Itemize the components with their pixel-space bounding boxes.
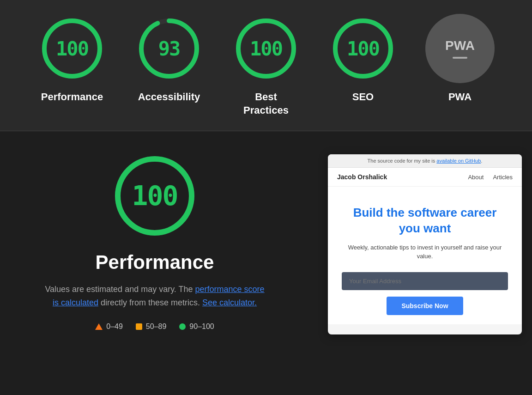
pwa-dash-icon xyxy=(453,57,467,59)
preview-hero-title: Build the software career you want xyxy=(342,205,508,237)
gauge-pwa: PWA xyxy=(425,14,495,83)
big-gauge-text: 100 xyxy=(132,180,178,212)
preview-nav-brand: Jacob Orshalick xyxy=(337,173,387,181)
legend-item-fail: 0–49 xyxy=(95,322,123,331)
gauge-text-best-practices: 100 xyxy=(250,37,282,60)
score-label-performance: Performance xyxy=(41,91,103,104)
square-icon xyxy=(136,323,142,330)
gauge-accessibility: 93 xyxy=(134,14,204,83)
preview-hero: Build the software career you want Weekl… xyxy=(328,187,522,324)
description-text-before: Values are estimated and may vary. The xyxy=(45,285,195,294)
website-preview: The source code for my site is available… xyxy=(328,154,522,334)
bottom-section: 100 Performance Values are estimated and… xyxy=(0,131,532,353)
preview-nav-about: About xyxy=(468,174,484,181)
detail-panel: 100 Performance Values are estimated and… xyxy=(28,150,282,331)
triangle-icon xyxy=(95,323,103,330)
big-gauge-performance: 100 xyxy=(109,150,201,242)
score-item-accessibility: 93 Accessibility xyxy=(134,14,204,104)
preview-nav-links: About Articles xyxy=(468,174,513,181)
legend-range-average: 50–89 xyxy=(146,322,167,331)
score-label-pwa: PWA xyxy=(448,91,472,104)
preview-banner-link[interactable]: available on GitHub xyxy=(436,158,481,164)
preview-nav-articles: Articles xyxy=(493,174,513,181)
preview-banner: The source code for my site is available… xyxy=(328,154,522,168)
legend: 0–49 50–89 90–100 xyxy=(95,322,214,331)
preview-hero-subtitle: Weekly, actionable tips to invest in you… xyxy=(342,243,508,261)
score-item-best-practices: 100 BestPractices xyxy=(231,14,301,117)
description-text-mid: directly from these metrics. xyxy=(98,298,202,307)
gauge-performance: 100 xyxy=(37,14,107,83)
score-item-pwa: PWA PWA xyxy=(425,14,495,104)
score-label-accessibility: Accessibility xyxy=(138,91,200,104)
circle-icon xyxy=(179,323,186,330)
score-label-best-practices: BestPractices xyxy=(243,91,289,117)
gauge-text-accessibility: 93 xyxy=(158,37,180,60)
legend-range-pass: 90–100 xyxy=(189,322,214,331)
score-item-seo: 100 SEO xyxy=(328,14,398,104)
legend-item-average: 50–89 xyxy=(136,322,167,331)
gauge-text-performance: 100 xyxy=(56,37,88,60)
pwa-label: PWA xyxy=(445,38,475,53)
gauge-seo: 100 xyxy=(328,14,398,83)
preview-banner-text: The source code for my site is xyxy=(368,158,437,164)
top-scores-section: 100 Performance 93 Accessibility 100 Bes… xyxy=(0,0,532,131)
website-preview-panel: The source code for my site is available… xyxy=(328,150,522,334)
score-label-seo: SEO xyxy=(352,91,374,104)
legend-range-fail: 0–49 xyxy=(106,322,123,331)
preview-nav: Jacob Orshalick About Articles xyxy=(328,168,522,187)
detail-label: Performance xyxy=(96,251,214,273)
legend-item-pass: 90–100 xyxy=(179,322,214,331)
detail-description: Values are estimated and may vary. The p… xyxy=(44,283,266,310)
calculator-link[interactable]: See calculator. xyxy=(202,298,257,307)
gauge-best-practices: 100 xyxy=(231,14,301,83)
preview-email-input[interactable] xyxy=(342,272,508,290)
preview-subscribe-button[interactable]: Subscribe Now xyxy=(387,297,463,315)
score-item-performance: 100 Performance xyxy=(37,14,107,104)
gauge-text-seo: 100 xyxy=(347,37,379,60)
